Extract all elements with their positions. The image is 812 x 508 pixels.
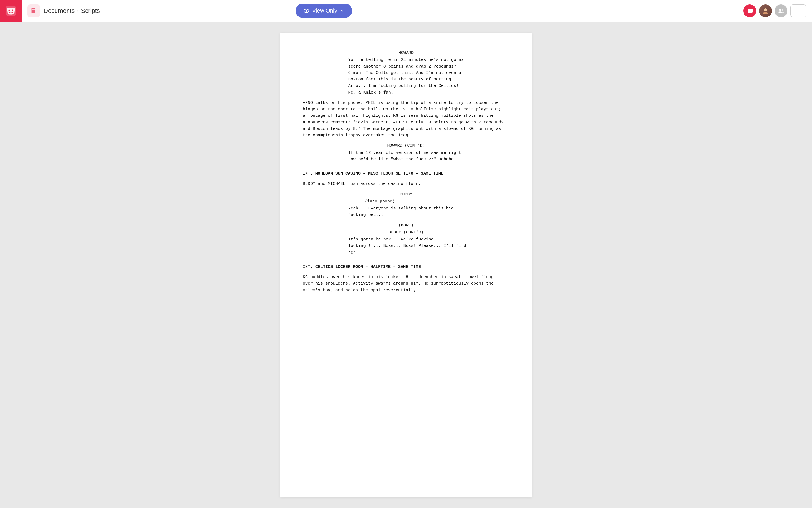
character-buddy: BUDDY (303, 191, 509, 198)
action-3: KG huddles over his knees in his locker.… (303, 274, 509, 294)
svg-point-1 (9, 9, 10, 11)
app-logo (0, 0, 22, 22)
character-buddy-contd: BUDDY (CONT'D) (303, 229, 509, 236)
chat-icon (747, 7, 753, 14)
dialogue-howard-2: If the 12 year old version of me saw me … (348, 150, 489, 163)
document-page: HOWARD You're telling me in 24 minutes h… (280, 33, 532, 497)
view-only-button[interactable]: View Only (295, 4, 352, 18)
users-icon (778, 7, 784, 14)
chevron-down-icon (340, 9, 344, 13)
scene-heading-1: INT. MOHEGAN SUN CASINO – MISC FLOOR SET… (303, 170, 509, 177)
dialogue-howard-1: You're telling me in 24 minutes he's not… (348, 57, 489, 96)
doc-icon-button[interactable] (27, 4, 40, 17)
topbar: Documents › Scripts View Only (0, 0, 812, 22)
svg-point-11 (779, 9, 781, 11)
parenthetical-buddy: (into phone) (365, 198, 447, 205)
view-only-label: View Only (312, 7, 337, 14)
dialogue-buddy-2: It's gotta be her... We're fucking looki… (348, 236, 489, 256)
action-1: ARNO talks on his phone. PHIL is using t… (303, 100, 509, 139)
scene-heading-2: INT. CELTICS LOCKER ROOM – HALFTIME – SA… (303, 264, 509, 270)
svg-point-2 (12, 9, 13, 11)
svg-point-12 (781, 9, 783, 11)
document-container: HOWARD You're telling me in 24 minutes h… (0, 22, 812, 508)
user-photo-icon (762, 7, 769, 15)
character-howard-contd: HOWARD (CONT'D) (303, 142, 509, 149)
more-options-button[interactable]: ··· (790, 4, 806, 17)
action-2: BUDDY and MICHAEL rush across the casino… (303, 181, 509, 187)
breadcrumb: Documents › Scripts (44, 7, 100, 14)
svg-point-10 (764, 8, 767, 11)
more-buddy: (MORE) (303, 222, 509, 229)
topbar-right: ··· (744, 4, 806, 17)
svg-point-9 (305, 10, 307, 12)
user-avatar-button[interactable] (759, 4, 772, 17)
chat-avatar-button[interactable] (744, 4, 756, 17)
breadcrumb-chevron: › (77, 7, 79, 14)
breadcrumb-documents[interactable]: Documents (44, 7, 75, 14)
character-howard: HOWARD (303, 50, 509, 56)
eye-icon (303, 8, 309, 14)
dialogue-buddy-1: Yeah... Everyone is talking about this b… (348, 205, 489, 218)
breadcrumb-scripts[interactable]: Scripts (81, 7, 100, 14)
collaborators-button[interactable] (775, 4, 787, 17)
